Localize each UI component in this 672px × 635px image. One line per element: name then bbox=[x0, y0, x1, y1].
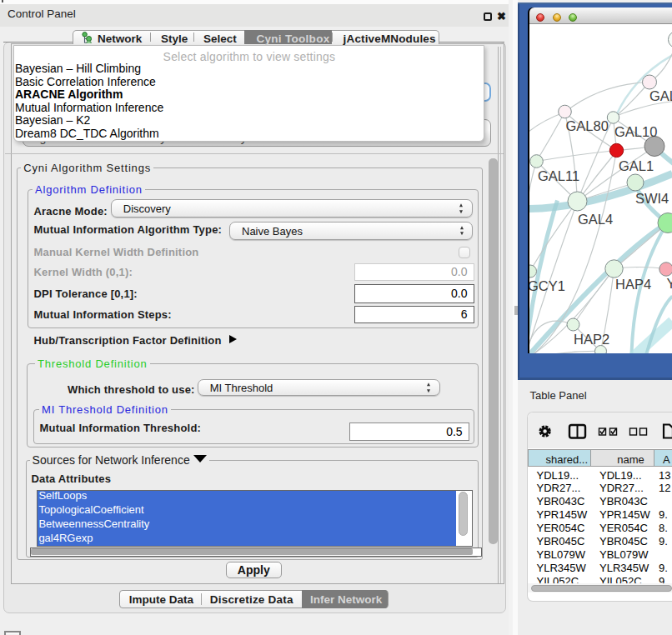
svg-text:GAL10: GAL10 bbox=[614, 123, 656, 138]
svg-text:HAP4: HAP4 bbox=[614, 276, 650, 291]
svg-text:HAP2: HAP2 bbox=[574, 331, 609, 346]
svg-text:GAL11: GAL11 bbox=[538, 168, 579, 182]
svg-text:GAL1: GAL1 bbox=[618, 158, 653, 173]
svg-text:GAL80: GAL80 bbox=[565, 118, 608, 132]
svg-text:GAL4: GAL4 bbox=[578, 211, 613, 226]
svg-text:YJ: YJ bbox=[666, 275, 672, 290]
svg-text:GCY1: GCY1 bbox=[529, 278, 565, 293]
svg-text:SWI4: SWI4 bbox=[634, 191, 668, 206]
svg-text:GAL7: GAL7 bbox=[649, 88, 672, 102]
